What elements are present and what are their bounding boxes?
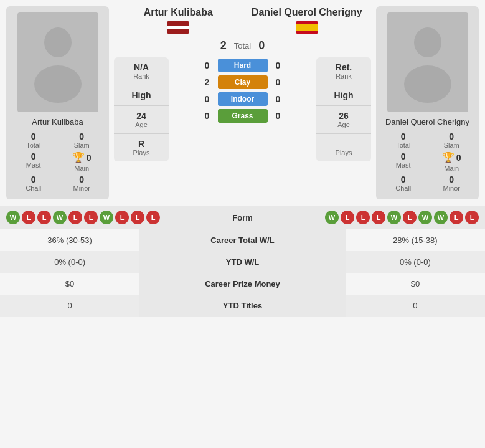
main-container: Artur Kulibaba 0 Total 0 Slam 0 Mast (0, 0, 485, 317)
bottom-stats-table: 36% (30-53) Career Total W/L 28% (15-38)… (0, 229, 485, 317)
right-career-wl: 28% (15-38) (346, 229, 485, 251)
svg-point-0 (44, 27, 72, 57)
right-stat-total: 0 Total (381, 131, 426, 149)
left-stat-chall: 0 Chall (11, 174, 56, 192)
right-prize: $0 (346, 273, 485, 295)
left-name-center: Artur Kulibaba (114, 6, 243, 34)
svg-point-1 (34, 65, 82, 103)
left-ytd-titles: 0 (0, 295, 139, 317)
right-plays-box: Plays (316, 134, 371, 161)
left-stat-total: 0 Total (11, 131, 56, 149)
form-section: W L L W L L W L L L Form W L L L W L W W… (0, 206, 485, 229)
left-form-6: L (84, 211, 98, 224)
left-form-4: W (53, 211, 67, 224)
right-form-badges: W L L L W L W W L L (261, 211, 479, 224)
names-flags-row: Artur Kulibaba Daniel Querol Cherigny (114, 6, 371, 34)
left-plays-box: R Plays (114, 134, 169, 161)
right-age-box: 26 Age (316, 106, 371, 134)
right-stat-mast: 0 Mast (381, 151, 426, 172)
right-form-3: L (356, 211, 370, 224)
left-form-1: W (6, 211, 20, 224)
total-score-row: 2 Total 0 (114, 39, 371, 52)
left-rank-box: N/A Rank (114, 57, 169, 85)
left-player-name: Artur Kulibaba (32, 117, 83, 126)
surface-badge-indoor: Indoor (218, 92, 268, 106)
left-form-3: L (37, 211, 51, 224)
surface-rows: 0 Hard 0 2 Clay 0 0 Indoor 0 (172, 57, 313, 123)
surface-badge-grass: Grass (218, 109, 268, 123)
stats-row-prize: $0 Career Prize Money $0 (0, 273, 485, 295)
left-form-2: L (22, 211, 35, 224)
right-flag (243, 21, 372, 34)
surface-badge-clay: Clay (218, 75, 268, 89)
right-form-2: L (341, 211, 354, 224)
left-form-9: L (131, 211, 144, 224)
stats-row-ytd-wl: 0% (0-0) YTD W/L 0% (0-0) (0, 251, 485, 273)
right-center-stats: Ret. Rank High 26 Age Plays (316, 57, 371, 161)
ytd-titles-label: YTD Titles (139, 295, 346, 317)
surface-row-grass: 0 Grass 0 (172, 109, 313, 123)
surface-row-hard: 0 Hard 0 (172, 59, 313, 72)
right-form-6: L (403, 211, 417, 224)
right-ytd-titles: 0 (346, 295, 485, 317)
left-total-score: 2 (220, 39, 227, 52)
left-high-box: High (114, 85, 169, 106)
surface-badge-hard: Hard (218, 59, 268, 72)
left-ytd-wl: 0% (0-0) (0, 251, 139, 273)
right-total-score: 0 (258, 39, 265, 52)
right-player-avatar (387, 12, 468, 112)
left-stat-mast: 0 Mast (11, 151, 56, 172)
right-rank-box: Ret. Rank (316, 57, 371, 85)
left-age-box: 24 Age (114, 106, 169, 134)
surface-row-clay: 2 Clay 0 (172, 75, 313, 89)
right-high-box: High (316, 85, 371, 106)
surfaces-stats-area: N/A Rank High 24 Age R Plays (114, 57, 371, 161)
left-form-badges: W L L W L L W L L L (6, 211, 224, 224)
right-player-card: Daniel Querol Cherigny 0 Total 0 Slam 0 … (376, 6, 479, 199)
career-wl-label: Career Total W/L (139, 229, 346, 251)
right-form-10: L (465, 211, 479, 224)
left-center-stats: N/A Rank High 24 Age R Plays (114, 57, 169, 161)
svg-point-3 (404, 65, 451, 103)
right-stat-chall: 0 Chall (381, 174, 426, 192)
right-form-7: W (418, 211, 432, 224)
right-form-4: L (372, 211, 385, 224)
ytd-wl-label: YTD W/L (139, 251, 346, 273)
left-prize: $0 (0, 273, 139, 295)
left-trophy-icon: 🏆 (72, 151, 85, 163)
stats-row-ytd-titles: 0 YTD Titles 0 (0, 295, 485, 317)
right-form-9: L (450, 211, 463, 224)
center-column: Artur Kulibaba Daniel Querol Cherigny (114, 6, 371, 161)
surface-row-indoor: 0 Indoor 0 (172, 92, 313, 106)
total-label: Total (234, 41, 251, 50)
right-player-name: Daniel Querol Cherigny (385, 117, 469, 126)
right-stat-minor: 0 Minor (430, 174, 474, 192)
prize-label: Career Prize Money (139, 273, 346, 295)
right-form-5: W (387, 211, 401, 224)
right-stat-main: 🏆 0 Main (430, 151, 474, 172)
left-flag (114, 21, 243, 34)
left-stat-minor: 0 Minor (60, 174, 105, 192)
left-form-5: L (68, 211, 82, 224)
right-trophy-icon: 🏆 (442, 151, 454, 163)
left-player-avatar (17, 12, 98, 112)
svg-point-2 (414, 27, 441, 57)
right-ytd-wl: 0% (0-0) (346, 251, 485, 273)
left-career-wl: 36% (30-53) (0, 229, 139, 251)
left-stat-main: 🏆 0 Main (60, 151, 105, 172)
left-player-stats: 0 Total 0 Slam 0 Mast 🏆 0 (11, 131, 104, 192)
right-player-stats: 0 Total 0 Slam 0 Mast 🏆 0 (381, 131, 474, 192)
left-form-8: L (115, 211, 129, 224)
left-player-card: Artur Kulibaba 0 Total 0 Slam 0 Mast (6, 6, 109, 199)
left-form-7: W (100, 211, 113, 224)
form-label: Form (224, 213, 261, 222)
right-form-8: W (434, 211, 448, 224)
top-area: Artur Kulibaba 0 Total 0 Slam 0 Mast (0, 0, 485, 206)
right-name-center: Daniel Querol Cherigny (243, 6, 372, 34)
right-form-1: W (325, 211, 339, 224)
left-stat-slam: 0 Slam (60, 131, 105, 149)
stats-row-career-wl: 36% (30-53) Career Total W/L 28% (15-38) (0, 229, 485, 251)
left-form-10: L (146, 211, 160, 224)
right-stat-slam: 0 Slam (430, 131, 474, 149)
